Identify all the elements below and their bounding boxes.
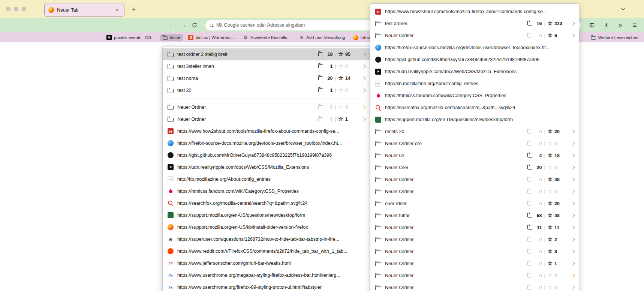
menu-item-label: https://htmlcss.fandom.com/wiki/Category… [177, 189, 365, 194]
menu-row[interactable]: https://udn.realityripple.com/docs/Web/C… [163, 161, 370, 173]
menu-row[interactable]: https://searchfox.org/mozilla-central/se… [163, 197, 370, 209]
menu-row[interactable]: https://searchfox.org/mozilla-central/se… [370, 102, 579, 114]
menu-row[interactable]: Neuer Ordner 11 | 11 [370, 222, 579, 234]
star-icon [548, 21, 553, 25]
bookmark-label: Erweiterte Einstellu... [250, 35, 291, 40]
menu-row[interactable]: https://www.how2shout.com/tools/mozilla-… [370, 6, 579, 18]
bookmark-counts: 0 | 0 [318, 105, 355, 110]
menu-row[interactable]: Neuer Ordner 0 | 0 [370, 186, 579, 198]
overflow-button[interactable] [616, 21, 625, 29]
menu-row[interactable]: https://www.userchrome.org/megabar-styli… [163, 269, 370, 281]
new-tab-button[interactable] [130, 5, 138, 14]
searchfox-icon [168, 200, 174, 206]
menu-row[interactable]: Neuer Or 4 | 18 [370, 150, 579, 162]
folder-count: 0 [325, 117, 332, 122]
bookmarks-bar-item[interactable]: Add-ons-Verwaltung [296, 34, 348, 41]
bookmarks-bar-item[interactable]: Erweiterte Einstellu... [240, 34, 294, 41]
bookmarks-bar-item[interactable]: dict.cc | Wörterbuc... [186, 34, 238, 41]
menu-row[interactable]: Neuer futtar 68 | 48 [370, 210, 579, 222]
menu-row[interactable]: https://www.reddit.com/r/FirefoxCSS/comm… [163, 245, 370, 257]
mozillazine-icon [375, 81, 381, 87]
userchrome-icon [168, 272, 174, 278]
star-count: 0 [554, 165, 564, 170]
menu-row[interactable]: Neuer Ordner 0 | 2 [370, 234, 579, 246]
menu-row[interactable]: Neuer Ordner 0 | 1 [163, 113, 370, 125]
menu-row[interactable]: Neuer Orer 20 | 0 [370, 162, 579, 174]
menu-row[interactable]: Neuer Ordner 0 | 0 [163, 101, 370, 113]
sidebar-button[interactable] [588, 21, 596, 29]
folder-count-icon [527, 34, 532, 38]
submenu-chevron-icon [571, 261, 575, 266]
menu-row[interactable]: | [163, 96, 370, 101]
folder-count-icon [527, 166, 532, 170]
menu-row[interactable]: https://support.mozilla.org/en-US/questi… [370, 114, 579, 126]
star-icon [548, 129, 553, 133]
menu-row[interactable]: https://www.how2shout.com/tools/mozilla-… [163, 125, 370, 137]
menu-row[interactable]: test noma 20 | 14 [163, 72, 370, 84]
menu-row[interactable]: test 3steller innen 1 | 0 [163, 60, 370, 72]
count-separator: | [544, 189, 545, 194]
forward-button[interactable] [179, 21, 188, 30]
menu-row[interactable]: http://kb.mozillazine.org/About:config_e… [370, 78, 579, 90]
menu-row[interactable]: Neuer Ordner dre 0 | 0 [370, 138, 579, 150]
menu-row[interactable]: https://gist.github.com/MrOtherGuy/a6738… [163, 149, 370, 161]
folder-icon [168, 89, 174, 93]
reload-button[interactable] [190, 21, 199, 30]
menu-row[interactable]: https://support.mozilla.org/en-US/questi… [163, 209, 370, 221]
window-close-button[interactable] [6, 7, 10, 11]
bookmark-counts: 16 | 223 [527, 21, 564, 26]
menu-item-label: test 20 [177, 88, 315, 93]
menu-button[interactable] [631, 21, 639, 29]
menu-row[interactable]: https://htmlcss.fandom.com/wiki/Category… [370, 90, 579, 102]
menu-row[interactable]: Neuer Ordner 0 | 0 [370, 270, 579, 282]
menu-row[interactable]: Neuer Ordner 0 | 1 [370, 258, 579, 270]
back-button[interactable] [168, 21, 177, 30]
dictcc-icon [188, 35, 193, 40]
active-tab[interactable]: Neuer Tab [44, 3, 124, 17]
window-minimize-button[interactable] [14, 7, 18, 11]
menu-row[interactable]: test 20 1 | 0 [163, 84, 370, 96]
menu-row[interactable]: Neuer Ordner 0 | 48 [370, 174, 579, 186]
menu-item-label: https://searchfox.org/mozilla-central/se… [385, 105, 574, 110]
bookmarks-bar-item[interactable]: tester [160, 34, 183, 41]
bookmarks-bar-item[interactable]: pointer-events - CS... [104, 34, 157, 41]
star-count: 0 [554, 285, 564, 290]
folder-count: 1 [325, 64, 332, 69]
list-all-tabs-button[interactable] [619, 5, 627, 12]
menu-row[interactable]: Neuer Ordner 0 | 6 [370, 30, 579, 42]
folder-icon [375, 142, 381, 146]
menu-row[interactable]: rechts 20 0 | 20 [370, 126, 579, 138]
menu-row[interactable]: https://gist.github.com/MrOtherGuy/a6738… [370, 54, 579, 66]
menu-row[interactable]: Neuer Ordner 0 | 8 [370, 246, 579, 258]
tab-close-icon[interactable] [114, 7, 120, 13]
window-zoom-button[interactable] [22, 7, 26, 11]
github-icon [375, 57, 381, 63]
menu-row[interactable]: https://www.jeffersonscher.com/gm/url-ba… [163, 257, 370, 269]
menu-row[interactable]: https://support.mozilla.org/en-US/kb/ins… [163, 221, 370, 233]
menu-row[interactable]: https://udn.realityripple.com/docs/Web/C… [370, 66, 579, 78]
star-count: 20 [554, 201, 564, 206]
menu-item-label: rechts 20 [385, 129, 524, 134]
menu-row[interactable]: Neuer Ordner 0 | 0 [370, 282, 579, 291]
folder-icon [168, 65, 174, 69]
menu-row[interactable]: https://htmlcss.fandom.com/wiki/Category… [163, 185, 370, 197]
menu-row[interactable]: test ordner 2 stellig breit 18 | 95 [163, 48, 370, 60]
menu-row[interactable]: test ordner 16 | 223 [370, 18, 579, 30]
folder-count-icon [527, 286, 532, 290]
menu-row[interactable]: https://firefox-source-docs.mozilla.org/… [163, 137, 370, 149]
download-button[interactable] [602, 21, 610, 29]
menu-row[interactable]: http://kb.mozillazine.org/About:config_e… [163, 173, 370, 185]
count-separator: | [544, 201, 545, 206]
count-separator: | [544, 273, 545, 278]
menu-row[interactable]: https://superuser.com/questions/1268732/… [163, 233, 370, 245]
count-separator: | [544, 285, 545, 290]
menu-row[interactable]: euer rdner 0 | 20 [370, 198, 579, 210]
other-bookmarks-button[interactable]: Weitere Lesezeichen [589, 34, 641, 41]
realityripple-icon [375, 69, 381, 75]
menu-item-label: euer rdner [385, 201, 524, 206]
menu-item-label: Neuer Ordner dre [385, 141, 524, 146]
menu-row[interactable]: https://www.userchrome.org/firefox-89-st… [163, 281, 370, 291]
folder-count-icon [527, 178, 532, 182]
menu-item-label: Neuer Ordner [385, 237, 524, 242]
menu-row[interactable]: https://firefox-source-docs.mozilla.org/… [370, 42, 579, 54]
